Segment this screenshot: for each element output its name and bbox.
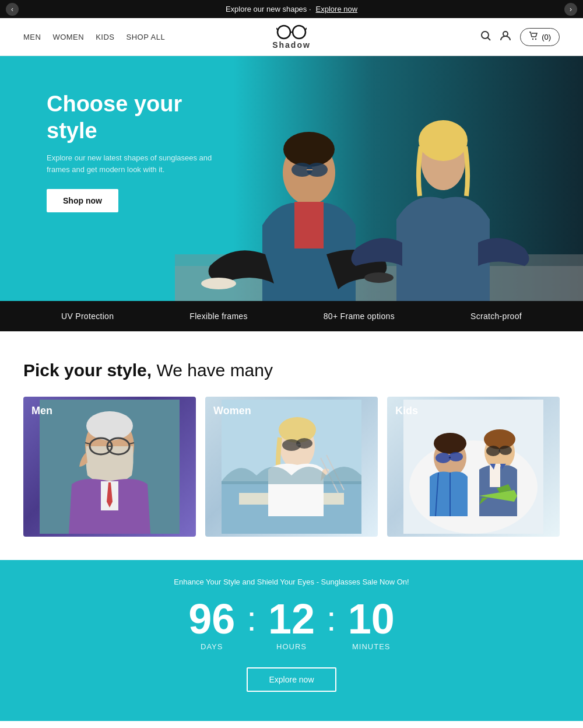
logo-icon [276,24,307,40]
announcement-bar: ‹ Explore our new shapes · Explore now › [0,0,583,18]
category-men-label: Men [31,405,52,417]
countdown-days-label: DAYS [201,642,223,651]
hero-title: Choose your style [47,91,233,144]
hero-description: Explore our new latest shapes of sunglas… [47,152,233,175]
nav-shop-all[interactable]: SHOP ALL [127,33,166,41]
svg-point-8 [532,38,533,39]
category-kids-card[interactable]: Kids [387,397,560,537]
feature-flexible: Flexible frames [189,312,247,321]
svg-point-24 [86,411,133,440]
cart-count: (0) [542,33,551,41]
countdown-minutes-number: 10 [348,598,395,640]
countdown-minutes-label: MINUTES [352,642,391,651]
cart-button[interactable]: (0) [520,28,560,46]
hero-figures [175,79,583,301]
countdown-timer: 96 DAYS : 12 HOURS : 10 MINUTES [23,598,560,651]
svg-point-51 [484,429,515,449]
category-kids-label: Kids [395,405,418,417]
svg-point-9 [535,38,536,39]
announcement-prev-button[interactable]: ‹ [6,3,19,16]
svg-point-45 [436,453,451,463]
svg-point-0 [278,26,290,38]
countdown-hours-label: HOURS [276,642,307,651]
women-background [205,397,378,537]
svg-point-18 [201,278,236,289]
svg-point-42 [409,440,538,534]
category-women-card[interactable]: Women [205,397,378,537]
hero-section: Choose your style Explore our new latest… [0,56,583,301]
svg-line-47 [449,457,451,458]
nav-kids[interactable]: KIDS [96,33,114,41]
category-men-card[interactable]: Men [23,397,196,537]
pick-title-bold: Pick your style, [23,360,152,380]
features-bar: UV Protection Flexible frames 80+ Frame … [0,301,583,331]
main-nav: MEN WOMEN KIDS SHOP ALL Shadow [0,18,583,56]
countdown-hours-number: 12 [268,598,315,640]
categories-grid: Men [23,397,560,537]
pick-title: Pick your style, We have many [23,360,560,380]
countdown-sep-2: : [326,601,336,636]
svg-line-38 [296,444,301,445]
svg-point-5 [482,32,489,38]
svg-point-46 [449,452,463,461]
countdown-sep-1: : [247,601,257,636]
announcement-text: Explore our new shapes · [226,5,311,13]
pick-style-section: Pick your style, We have many Men [0,331,583,560]
countdown-days-number: 96 [188,598,235,640]
hero-shop-now-button[interactable]: Shop now [47,189,118,212]
svg-line-4 [305,28,307,30]
svg-point-35 [279,417,316,443]
category-women-label: Women [213,405,251,417]
peoples-pick-section: People's pick 10+ frame options Eyeglass… [0,721,583,728]
countdown-explore-button[interactable]: Explore now [247,667,336,692]
pick-title-light: We have many [152,360,273,380]
chevron-right-icon: › [570,5,572,13]
logo[interactable]: Shadow [202,24,381,50]
countdown-hours: 12 HOURS [268,598,315,651]
search-icon[interactable] [480,30,491,44]
countdown-promo-text: Enhance Your Style and Shield Your Eyes … [23,578,560,586]
account-icon[interactable] [500,30,511,44]
svg-rect-55 [490,464,500,487]
countdown-minutes: 10 MINUTES [348,598,395,651]
nav-links: MEN WOMEN KIDS SHOP ALL [23,32,202,42]
announcement-next-button[interactable]: › [564,3,577,16]
hero-content: Choose your style Explore our new latest… [47,91,233,212]
kids-figure [403,400,543,534]
svg-point-37 [296,438,312,449]
nav-men[interactable]: MEN [23,33,41,41]
svg-point-53 [499,446,512,455]
svg-point-52 [486,446,500,456]
logo-wordmark: Shadow [272,40,311,50]
kids-background [387,397,560,537]
countdown-section: Enhance Your Style and Shield Your Eyes … [0,560,583,721]
feature-frame-options: 80+ Frame options [324,312,395,321]
hero-people-svg [175,79,583,301]
nav-women[interactable]: WOMEN [52,33,84,41]
svg-point-13 [283,132,335,167]
svg-point-44 [434,433,466,454]
announcement-link[interactable]: Explore now [316,5,358,13]
svg-point-7 [503,32,508,36]
svg-point-21 [419,120,468,161]
svg-line-6 [488,37,491,40]
nav-actions: (0) [381,28,560,46]
svg-line-3 [276,28,278,30]
women-figure [222,400,361,534]
svg-point-1 [293,26,305,38]
men-figure [40,400,180,534]
cart-icon [529,32,538,43]
svg-rect-17 [294,202,324,249]
feature-uv: UV Protection [61,312,114,321]
feature-scratch: Scratch-proof [470,312,522,321]
countdown-days: 96 DAYS [188,598,235,651]
svg-point-19 [364,272,394,283]
men-background [23,397,196,537]
chevron-left-icon: ‹ [11,5,13,13]
